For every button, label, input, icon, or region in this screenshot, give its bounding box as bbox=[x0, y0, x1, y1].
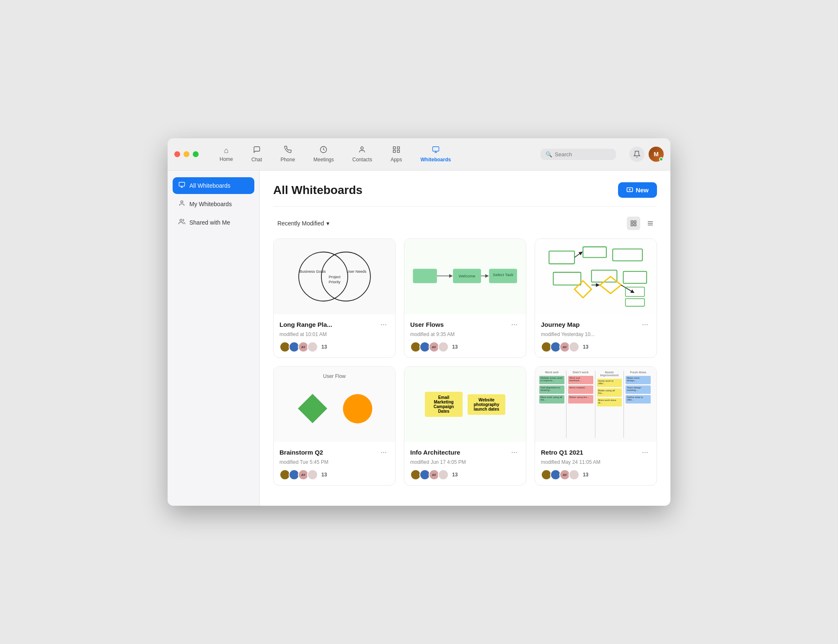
card-more-5[interactable]: ··· bbox=[509, 447, 520, 458]
search-icon: 🔍 bbox=[546, 151, 552, 158]
svg-rect-6 bbox=[432, 147, 439, 151]
avatar-count-1: 13 bbox=[321, 344, 327, 350]
whiteboard-card-6[interactable]: Went well Multiple areas need to improve… bbox=[535, 366, 657, 486]
card-avatars-2: AY 13 bbox=[410, 341, 520, 352]
search-input[interactable] bbox=[555, 151, 611, 158]
card-more-6[interactable]: ··· bbox=[639, 447, 651, 458]
svg-text:Welcome: Welcome bbox=[459, 274, 476, 278]
retro-sticky-5: Items needed... bbox=[568, 385, 593, 394]
new-button-label: New bbox=[636, 186, 649, 194]
retro-sticky-11: Team design meeting... bbox=[626, 385, 651, 394]
view-toggles bbox=[627, 217, 657, 230]
retro-col-header-3: Needs Improvement bbox=[597, 371, 622, 377]
retro-col-header-1: Went well bbox=[539, 371, 564, 374]
nav-phone[interactable]: Phone bbox=[271, 144, 304, 164]
sidebar-item-shared[interactable]: Shared with Me bbox=[173, 214, 254, 231]
svg-rect-22 bbox=[634, 224, 636, 226]
svg-text:User Needs: User Needs bbox=[346, 269, 366, 274]
card-avatars-1: AY 13 bbox=[279, 341, 389, 352]
card-title-row-4: Brainstorm Q2 ··· bbox=[279, 447, 389, 458]
card-title-5: Info Architecture bbox=[410, 449, 460, 456]
card-meta-2: modified at 9:35 AM bbox=[410, 331, 520, 337]
nav-chat[interactable]: Chat bbox=[242, 144, 271, 164]
svg-marker-52 bbox=[298, 394, 327, 423]
whiteboard-card-5[interactable]: Email Marketing Campaign Dates Website p… bbox=[404, 366, 526, 486]
avatar-count-2: 13 bbox=[452, 344, 458, 350]
nav-home-label: Home bbox=[220, 156, 233, 162]
apps-icon bbox=[393, 146, 400, 155]
card-more-1[interactable]: ··· bbox=[378, 319, 389, 330]
minimize-button[interactable] bbox=[184, 151, 189, 157]
svg-point-14 bbox=[181, 201, 183, 203]
nav-whiteboards[interactable]: Whiteboards bbox=[411, 144, 460, 164]
meetings-icon bbox=[320, 146, 327, 155]
new-whiteboard-button[interactable]: New bbox=[618, 182, 657, 198]
retro-sticky-8: Better using all the... bbox=[597, 388, 622, 397]
card-more-3[interactable]: ··· bbox=[639, 319, 651, 330]
card-preview-1: Business Goals User Needs Project Priori… bbox=[274, 239, 395, 314]
card-body-4: Brainstorm Q2 ··· modified Tue 5:45 PM A… bbox=[274, 442, 395, 485]
card-avatars-4: AY 13 bbox=[279, 469, 389, 480]
card-title-row-3: Journey Map ··· bbox=[541, 319, 651, 330]
content-area: All Whiteboards New Recently Modified ▾ bbox=[260, 171, 670, 506]
retro-sticky-3: More work using all the... bbox=[539, 395, 564, 403]
retro-col-3: Needs Improvement Some work to offer... … bbox=[597, 371, 624, 438]
user-avatar-wrap[interactable]: M bbox=[649, 147, 664, 162]
card-preview-2: Welcome Select Task bbox=[404, 239, 526, 314]
card-preview-3 bbox=[535, 239, 657, 314]
retro-sticky-6: Better using the... bbox=[568, 395, 593, 403]
card-avatars-5: AY 13 bbox=[410, 469, 520, 480]
card-meta-4: modified Tue 5:45 PM bbox=[279, 459, 389, 465]
svg-rect-44 bbox=[623, 272, 647, 283]
sidebar-item-my-whiteboards[interactable]: My Whiteboards bbox=[173, 196, 254, 212]
svg-line-49 bbox=[621, 285, 634, 292]
svg-rect-32 bbox=[413, 269, 437, 283]
whiteboard-card-3[interactable]: Journey Map ··· modified Yesterday 10...… bbox=[535, 238, 657, 358]
fullscreen-button[interactable] bbox=[193, 151, 199, 157]
nav-meetings[interactable]: Meetings bbox=[304, 144, 343, 164]
sidebar-item-all-whiteboards[interactable]: All Whiteboards bbox=[173, 177, 254, 194]
card-more-4[interactable]: ··· bbox=[378, 447, 389, 458]
whiteboard-card-1[interactable]: Business Goals User Needs Project Priori… bbox=[273, 238, 396, 358]
avatar-4 bbox=[569, 469, 579, 480]
grid-view-button[interactable] bbox=[627, 217, 640, 230]
whiteboard-card-4[interactable]: User Flow bbox=[273, 366, 396, 486]
card-body-2: User Flows ··· modified at 9:35 AM AY 13 bbox=[404, 314, 526, 357]
all-whiteboards-icon bbox=[178, 181, 185, 190]
retro-board-preview: Went well Multiple areas need to improve… bbox=[535, 367, 657, 442]
card-title-1: Long Range Pla... bbox=[279, 321, 332, 328]
list-view-button[interactable] bbox=[644, 217, 657, 230]
nav-apps[interactable]: Apps bbox=[381, 144, 411, 164]
svg-rect-4 bbox=[393, 150, 395, 153]
close-button[interactable] bbox=[174, 151, 180, 157]
whiteboards-icon bbox=[432, 146, 440, 155]
svg-rect-21 bbox=[631, 224, 633, 226]
sticky-2: Website photography launch dates bbox=[468, 394, 505, 415]
chevron-down-icon: ▾ bbox=[326, 220, 329, 227]
svg-rect-39 bbox=[549, 251, 575, 264]
nav-contacts[interactable]: Contacts bbox=[343, 144, 381, 164]
avatar-count-4: 13 bbox=[321, 472, 327, 478]
search-box[interactable]: 🔍 bbox=[541, 149, 616, 160]
svg-point-1 bbox=[361, 147, 363, 149]
svg-marker-45 bbox=[574, 281, 592, 298]
svg-text:Select Task: Select Task bbox=[493, 272, 514, 277]
svg-text:Priority: Priority bbox=[328, 280, 341, 284]
nav-home[interactable]: ⌂ Home bbox=[210, 145, 242, 164]
svg-rect-20 bbox=[634, 221, 636, 223]
whiteboard-card-2[interactable]: Welcome Select Task bbox=[404, 238, 526, 358]
notifications-button[interactable] bbox=[629, 147, 644, 162]
app-window: ⌂ Home Chat Phone bbox=[168, 138, 670, 506]
card-more-2[interactable]: ··· bbox=[509, 319, 520, 330]
nav-meetings-label: Meetings bbox=[313, 157, 334, 163]
traffic-lights bbox=[174, 151, 199, 157]
svg-rect-42 bbox=[553, 272, 581, 285]
card-title-row-1: Long Range Pla... ··· bbox=[279, 319, 389, 330]
svg-line-47 bbox=[574, 252, 582, 257]
nav-phone-label: Phone bbox=[280, 157, 295, 163]
card-meta-1: modified at 10:01 AM bbox=[279, 331, 389, 337]
sort-filter-dropdown[interactable]: Recently Modified ▾ bbox=[273, 217, 334, 229]
retro-col-1: Went well Multiple areas need to improve… bbox=[539, 371, 566, 438]
svg-point-53 bbox=[343, 394, 372, 423]
nav-whiteboards-label: Whiteboards bbox=[421, 157, 451, 163]
